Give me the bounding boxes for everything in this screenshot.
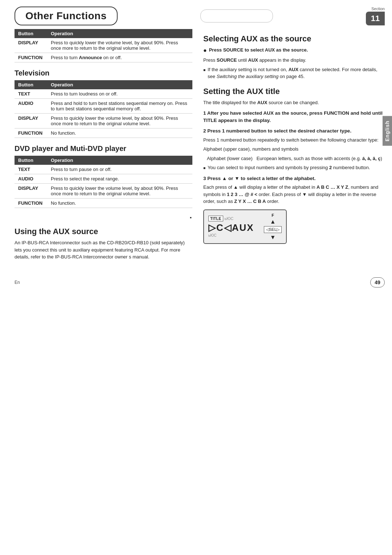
- step3-body: Each press of ▲ will display a letter of…: [203, 184, 385, 205]
- tv-col1: Button: [15, 80, 47, 89]
- dvd-btn-1: AUDIO: [15, 174, 47, 184]
- top-operation-0: Press to quickly lower the volume level,…: [47, 38, 192, 53]
- aux-bottom-icons: ьЮС: [208, 233, 254, 237]
- tv-op-2: Press to quickly lower the volume level,…: [47, 114, 192, 128]
- footer-en: En: [15, 280, 20, 285]
- arrow-up-icon: ▲: [270, 219, 276, 225]
- television-heading: Television: [15, 69, 192, 77]
- tv-btn-1: AUDIO: [15, 99, 47, 114]
- bullet-sq-icon2: ■: [203, 165, 205, 171]
- tv-col2: Operation: [47, 80, 192, 89]
- tv-op-0: Press to turn loudness on or off.: [47, 89, 192, 99]
- table-row: FUNCTION Press to turn Announce on or of…: [15, 53, 192, 62]
- header-tab: [200, 9, 273, 23]
- aux-small-text: ьЮС: [225, 216, 234, 221]
- aux-title-row: TITLE ьЮС: [208, 216, 254, 221]
- step1-heading: 1 After you have selected AUX as the sou…: [203, 110, 385, 124]
- dvd-op-0: Press to turn pause on or off.: [47, 165, 192, 174]
- step2-list-0: Alphabet (upper case), numbers and symbo…: [203, 146, 385, 153]
- language-tab: English: [383, 116, 392, 146]
- top-table-col1: Button: [15, 29, 47, 38]
- right-column: Selecting AUX as the source ● Press SOUR…: [200, 29, 385, 263]
- dvd-op-2: Press to quickly lower the volume level,…: [47, 184, 192, 199]
- dvd-op-3: No function.: [47, 199, 192, 208]
- section-label: Section: [371, 7, 385, 11]
- page-footer: En 49: [0, 274, 392, 291]
- table-row: TEXT Press to turn pause on or off.: [15, 165, 192, 174]
- main-content: Button Operation DISPLAY Press to quickl…: [0, 25, 392, 270]
- setting-aux-intro: The title displayed for the AUX source c…: [203, 99, 385, 106]
- selecting-bullet2: ■ If the auxiliary setting is not turned…: [203, 66, 385, 80]
- table-row: FUNCTION No function.: [15, 128, 192, 138]
- tv-btn-2: DISPLAY: [15, 114, 47, 128]
- top-table-col2: Operation: [47, 29, 192, 38]
- title-box: Other Functions: [15, 7, 118, 25]
- top-button-0: DISPLAY: [15, 38, 47, 53]
- top-operation-1: Press to turn Announce on or off.: [47, 53, 192, 62]
- selecting-bullet2-text: If the auxiliary setting is not turned o…: [208, 66, 385, 80]
- step2-list-1: Alphabet (lower case) European letters, …: [203, 155, 385, 162]
- section-badge: Section 11: [356, 7, 385, 25]
- tv-btn-3: FUNCTION: [15, 128, 47, 138]
- setting-aux-heading: Setting the AUX title: [203, 87, 385, 96]
- table-row: AUDIO Press to select the repeat range.: [15, 174, 192, 184]
- aux-title-box: TITLE: [208, 216, 223, 221]
- step2-body: Press 1 numbered button repeatedly to sw…: [203, 136, 385, 144]
- dvd-heading: DVD player and Muti-DVD player: [15, 144, 192, 153]
- sel-label: ◁SEL▷: [266, 227, 279, 232]
- dvd-col2: Operation: [47, 156, 192, 165]
- section-number: 11: [366, 12, 385, 25]
- dvd-table: Button Operation TEXT Press to turn paus…: [15, 156, 192, 208]
- footer-page-number: 49: [370, 277, 385, 287]
- table-row: DISPLAY Press to quickly lower the volum…: [15, 184, 192, 199]
- step2-bullet: ■ You can select to input numbers and sy…: [203, 164, 385, 171]
- arrow-down-icon: ▼: [270, 234, 276, 240]
- selecting-bullet1-text: Press SOURCE to select AUX as the source…: [209, 46, 308, 55]
- small-icon: ▪: [15, 215, 192, 220]
- table-row: FUNCTION No function.: [15, 199, 192, 208]
- dvd-btn-3: FUNCTION: [15, 199, 47, 208]
- bullet-sq-icon: ■: [203, 67, 205, 80]
- dvd-col1: Button: [15, 156, 47, 165]
- selecting-bullet1: ● Press SOURCE to select AUX as the sour…: [203, 46, 385, 55]
- aux-triangle: ▷C◁AUX: [208, 222, 254, 233]
- top-button-1: FUNCTION: [15, 53, 47, 62]
- table-row: DISPLAY Press to quickly lower the volum…: [15, 114, 192, 128]
- television-table: Button Operation TEXT Press to turn loud…: [15, 80, 192, 138]
- tv-op-1: Press and hold to turn best stations seq…: [47, 99, 192, 114]
- page-header: Other Functions Section 11: [0, 0, 392, 25]
- dvd-btn-0: TEXT: [15, 165, 47, 174]
- aux-display: TITLE ьЮС ▷C◁AUX ьЮС F ▲ ◁SEL▷ ▼: [203, 209, 287, 244]
- step3-heading: 3 Press ▲ or ▼ to select a letter of the…: [203, 175, 385, 182]
- using-aux-heading: Using the AUX source: [15, 227, 192, 236]
- bullet-dot-icon: ●: [203, 46, 207, 55]
- step2-heading: 2 Press 1 numbered button to select the …: [203, 127, 385, 135]
- top-table: Button Operation DISPLAY Press to quickl…: [15, 29, 192, 62]
- table-row: TEXT Press to turn loudness on or off.: [15, 89, 192, 99]
- tv-op-3: No function.: [47, 128, 192, 138]
- page-title: Other Functions: [25, 10, 107, 22]
- dvd-btn-2: DISPLAY: [15, 184, 47, 199]
- aux-text-area: TITLE ьЮС ▷C◁AUX ьЮС: [208, 216, 254, 237]
- aux-controls: F ▲ ◁SEL▷ ▼: [264, 213, 282, 240]
- f-label: F: [271, 213, 274, 217]
- dvd-op-1: Press to select the repeat range.: [47, 174, 192, 184]
- tv-btn-0: TEXT: [15, 89, 47, 99]
- sel-box: ◁SEL▷: [264, 226, 282, 233]
- aux-display-inner: TITLE ьЮС ▷C◁AUX ьЮС F ▲ ◁SEL▷ ▼: [208, 213, 282, 240]
- selecting-line1: Press SOURCE until AUX appears in the di…: [203, 57, 385, 64]
- left-column: Button Operation DISPLAY Press to quickl…: [15, 29, 200, 263]
- table-row: AUDIO Press and hold to turn best statio…: [15, 99, 192, 114]
- table-row: DISPLAY Press to quickly lower the volum…: [15, 38, 192, 53]
- selecting-aux-heading: Selecting AUX as the source: [203, 34, 385, 44]
- using-aux-body: An IP-BUS-RCA Interconnector such as the…: [15, 239, 192, 261]
- aux-main-text: ▷C◁AUX: [208, 222, 254, 233]
- step2-bullet-text: You can select to input numbers and symb…: [208, 164, 370, 171]
